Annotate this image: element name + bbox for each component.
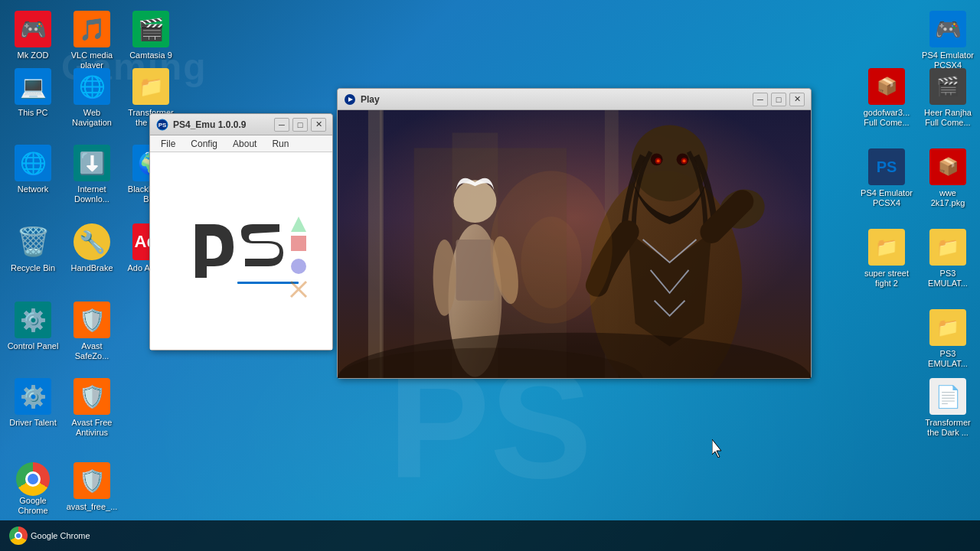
icon-chrome[interactable]: Google Chrome bbox=[4, 459, 62, 519]
icon-ps4-emulator2[interactable]: PS PS4 Emulator PCSX4 bbox=[858, 145, 916, 211]
icon-img-camtasia: 🎬 bbox=[132, 11, 169, 47]
svg-point-7 bbox=[291, 259, 306, 274]
icon-label-chrome: Google Chrome bbox=[7, 496, 59, 516]
svg-point-28 bbox=[657, 159, 660, 162]
icon-label-transformer-dark: Transformer the Dark ... bbox=[922, 418, 974, 438]
icon-wwe-2k17[interactable]: 📦 wwe 2k17.pkg bbox=[919, 145, 977, 211]
play-controls: ─ □ ✕ bbox=[753, 93, 805, 106]
game-screenshot bbox=[338, 110, 811, 378]
icon-driver-talent[interactable]: ⚙️ Driver Talent bbox=[4, 375, 62, 431]
icon-internet-dl[interactable]: ⬇️ Internet Downlo... bbox=[63, 142, 121, 207]
icon-img-ps4-emulator2: PS bbox=[868, 148, 905, 185]
icon-label-camtasia: Camtasia 9 bbox=[129, 51, 172, 60]
icon-label-avast-free: Avast Free Antivirus bbox=[66, 418, 118, 438]
svg-rect-13 bbox=[380, 110, 382, 378]
icon-img-transformer: 📁 bbox=[132, 68, 169, 105]
ps4emu-titlebar[interactable]: PS PS4_Emu 1.0.0.9 ─ □ ✕ bbox=[150, 114, 332, 135]
icon-handbrake[interactable]: 🔧 HandBrake bbox=[63, 220, 121, 276]
svg-rect-19 bbox=[456, 240, 495, 301]
icon-avast-free2[interactable]: 🛡️ avast_free_... bbox=[63, 459, 121, 515]
desktop: Gaming PS 🎮 Mk ZOD 🎵 VLC media player 🎬 … bbox=[0, 0, 980, 551]
play-maximize-btn[interactable]: □ bbox=[771, 93, 786, 106]
icon-label-ps3-emulat1: PS3 EMULAT... bbox=[922, 269, 974, 289]
ps4emu-minimize-btn[interactable]: ─ bbox=[274, 118, 289, 132]
icon-label-recycle: Recycle Bin bbox=[11, 263, 55, 273]
taskbar-chrome-icon bbox=[9, 527, 28, 545]
icon-label-this-pc: This PC bbox=[18, 108, 47, 118]
icon-img-driver-talent: ⚙️ bbox=[15, 378, 51, 415]
ps4emu-controls: ─ □ ✕ bbox=[274, 118, 326, 132]
icon-img-mk-zod: 🎮 bbox=[15, 11, 51, 47]
icon-label-network: Network bbox=[18, 184, 48, 194]
icon-label-ps3-emulat2: PS3 EMULAT... bbox=[922, 349, 974, 369]
ps4emu-window: PS PS4_Emu 1.0.0.9 ─ □ ✕ File Config Abo… bbox=[149, 113, 333, 350]
icon-this-pc[interactable]: 💻 This PC bbox=[4, 65, 62, 121]
icon-img-avast-free: 🛡️ bbox=[74, 378, 110, 415]
play-window: Play ─ □ ✕ bbox=[337, 88, 812, 379]
icon-ps3-emulat2[interactable]: 📁 PS3 EMULAT... bbox=[919, 306, 977, 372]
icon-ps3-emulat1[interactable]: 📁 PS3 EMULAT... bbox=[919, 226, 977, 292]
icon-godofwar3[interactable]: 📦 godofwar3... Full Come... bbox=[858, 65, 916, 131]
icon-camtasia[interactable]: 🎬 Camtasia 9 bbox=[122, 8, 180, 64]
icon-ps4-emulator-pcsx4[interactable]: 🎮 PS4 Emulator PCSX4 bbox=[919, 8, 977, 73]
svg-point-18 bbox=[454, 180, 497, 223]
taskbar-chrome-label: Google Chrome bbox=[31, 531, 90, 540]
icon-control-panel[interactable]: ⚙️ Control Panel bbox=[4, 298, 62, 354]
svg-text:PS: PS bbox=[877, 158, 897, 175]
menu-about[interactable]: About bbox=[225, 137, 264, 151]
icon-img-this-pc: 💻 bbox=[15, 68, 51, 105]
svg-marker-5 bbox=[291, 217, 306, 232]
ps4emu-maximize-btn[interactable]: □ bbox=[292, 118, 308, 132]
svg-rect-4 bbox=[237, 282, 299, 284]
icon-label-mk-zod: Mk ZOD bbox=[18, 51, 49, 60]
ps-logo-area bbox=[150, 152, 332, 350]
icon-avast-safezone[interactable]: 🛡️ Avast SafeZo... bbox=[63, 298, 121, 364]
icon-label-internet-dl: Internet Downlo... bbox=[66, 184, 118, 204]
menu-config[interactable]: Config bbox=[183, 137, 225, 151]
icon-img-chrome bbox=[16, 462, 50, 496]
svg-text:PS: PS bbox=[158, 121, 167, 128]
svg-point-34 bbox=[521, 217, 582, 308]
icon-heer-ranjha[interactable]: 🎬 Heer Ranjha Full Come... bbox=[919, 65, 977, 131]
icon-label-driver-talent: Driver Talent bbox=[9, 418, 57, 428]
icon-img-web-nav: 🌐 bbox=[74, 68, 110, 105]
icon-transformer-dark[interactable]: 📄 Transformer the Dark ... bbox=[919, 375, 977, 441]
icon-recycle-bin[interactable]: 🗑️ Recycle Bin bbox=[4, 220, 62, 276]
cursor bbox=[712, 439, 724, 461]
icon-img-avast-safezone: 🛡️ bbox=[74, 302, 110, 338]
ps4emu-title: PS4_Emu 1.0.0.9 bbox=[173, 119, 274, 130]
svg-point-20 bbox=[433, 240, 456, 316]
icon-img-ps3-emulat2: 📁 bbox=[929, 309, 966, 346]
icon-web-nav[interactable]: 🌐 Web Navigation bbox=[63, 65, 121, 131]
icon-label-heer-ranjha: Heer Ranjha Full Come... bbox=[922, 108, 974, 128]
icon-network[interactable]: 🌐 Network bbox=[4, 142, 62, 197]
ps-logo-svg bbox=[172, 201, 310, 301]
play-title: Play bbox=[361, 94, 753, 105]
play-titlebar[interactable]: Play ─ □ ✕ bbox=[338, 89, 811, 110]
icon-mk-zod[interactable]: 🎮 Mk ZOD bbox=[4, 8, 62, 64]
icon-label-handbrake: HandBrake bbox=[70, 263, 113, 273]
icon-img-wwe-2k17: 📦 bbox=[929, 148, 966, 185]
menu-file[interactable]: File bbox=[153, 137, 183, 151]
svg-point-29 bbox=[683, 159, 686, 162]
icon-label-super-street: super street fight 2 bbox=[861, 269, 913, 289]
icon-super-street[interactable]: 📁 super street fight 2 bbox=[858, 226, 916, 292]
icon-img-internet-dl: ⬇️ bbox=[74, 145, 110, 181]
menu-run[interactable]: Run bbox=[264, 137, 296, 151]
svg-marker-35 bbox=[712, 439, 721, 458]
icon-vlc[interactable]: 🎵 VLC media player bbox=[63, 8, 121, 73]
icon-label-control-panel: Control Panel bbox=[8, 341, 59, 351]
taskbar-chrome[interactable]: Google Chrome bbox=[3, 523, 96, 549]
ps4emu-close-btn[interactable]: ✕ bbox=[311, 118, 326, 132]
icon-img-control-panel: ⚙️ bbox=[15, 302, 51, 338]
play-close-btn[interactable]: ✕ bbox=[789, 93, 805, 106]
play-minimize-btn[interactable]: ─ bbox=[753, 93, 768, 106]
icon-img-recycle: 🗑️ bbox=[15, 223, 51, 260]
icon-img-network: 🌐 bbox=[15, 145, 51, 181]
icon-img-super-street: 📁 bbox=[868, 229, 905, 266]
icon-img-ps3-emulat1: 📁 bbox=[929, 229, 966, 266]
icon-img-transformer-dark: 📄 bbox=[929, 378, 966, 415]
play-content bbox=[338, 110, 811, 378]
icon-img-heer-ranjha: 🎬 bbox=[929, 68, 966, 105]
icon-avast-free[interactable]: 🛡️ Avast Free Antivirus bbox=[63, 375, 121, 441]
